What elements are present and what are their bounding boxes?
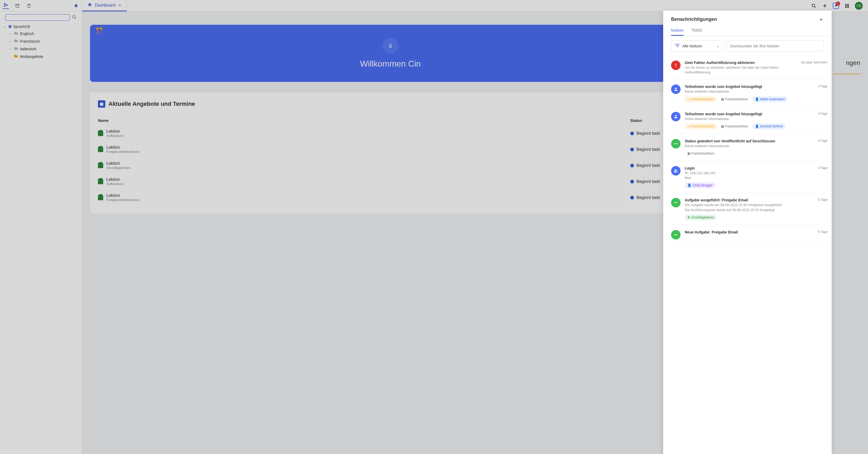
notification-description: Keine weiteren Informationen <box>685 117 814 121</box>
notification-title: Neue Aufgabe: Freigabe Email <box>685 230 814 234</box>
panel-title: Benachrichtigungen <box>671 17 717 22</box>
tag[interactable]: ▭Französischkurs <box>685 96 717 102</box>
notification-item[interactable]: Status geändert von Veröffentlicht auf G… <box>671 134 828 161</box>
notification-title: Zwei Faktor Authentifizierung aktivieren <box>685 61 797 65</box>
tag-text: Cindy Brugger <box>692 184 713 187</box>
tag-text: Dominik Schmid <box>760 125 783 128</box>
notification-icon: ! <box>671 61 681 70</box>
tag-icon: 👤 <box>687 184 691 187</box>
notification-description: Keine weiteren Informationen <box>685 89 814 94</box>
notification-icon <box>671 85 681 94</box>
notification-description: IP: 109.202.196.242Moz <box>685 171 814 180</box>
tag[interactable]: ▦Französischkurs <box>718 96 751 102</box>
filter-label: Alle Notizen <box>682 44 702 48</box>
notification-item[interactable]: Aufgabe ausgeführt: Freigabe EmailDie Au… <box>671 193 828 225</box>
tag-icon: ▦ <box>721 97 724 101</box>
tag[interactable]: 👤Cindy Brugger <box>685 183 715 188</box>
notification-time: 5 Tage <box>818 198 828 220</box>
tag-text: Heike Ackermann <box>760 97 785 101</box>
tag-icon: ▭ <box>687 97 690 101</box>
tag-text: Französischkurs <box>691 97 714 101</box>
tag[interactable]: ▭Französischkurs <box>685 123 717 129</box>
tag-text: Grundlagenkurs <box>691 216 714 219</box>
notification-description: Keine weiteren Informationen <box>685 144 814 149</box>
tag-icon: ▦ <box>721 125 724 128</box>
notification-description: Um Ihr Konto zu schützen, aktivieren Sie… <box>685 65 797 75</box>
notification-time: 4 Tage <box>818 166 828 188</box>
tag-icon: ▭ <box>687 125 690 128</box>
tag-text: Französischkurs <box>725 97 748 101</box>
filter-icon <box>675 43 680 49</box>
notification-time: ein paar Sekunden <box>801 61 828 75</box>
notification-description: Die Aufgabe wurde am 06.09.2023 15:30 er… <box>685 203 814 212</box>
notification-icon <box>671 230 681 239</box>
notification-icon <box>671 139 681 149</box>
notification-time: 5 Tage <box>818 230 828 239</box>
notification-title: Login <box>685 166 814 170</box>
notification-title: Aufgabe ausgeführt: Freigabe Email <box>685 198 814 202</box>
notification-title: Teilnehmer wurde zum Angebot hinzugefügt <box>685 85 814 89</box>
add-notification-button[interactable]: ＋ <box>818 16 824 23</box>
tab-notizen[interactable]: Notizen <box>671 26 683 36</box>
svg-point-24 <box>675 169 676 171</box>
tag-icon: ▦ <box>687 152 690 155</box>
notification-item[interactable]: Teilnehmer wurde zum Angebot hinzugefügt… <box>671 107 828 134</box>
tag[interactable]: 👤Heike Ackermann <box>752 96 787 102</box>
tag-text: Französischkurs <box>691 125 714 128</box>
chevron-down-icon: ⌄ <box>717 44 720 48</box>
tag[interactable]: ⚙Grundlagenkurs <box>685 215 716 220</box>
tag[interactable]: ▦Französischkurs <box>718 123 751 129</box>
tag[interactable]: 👤Dominik Schmid <box>752 123 785 129</box>
tag-icon: 👤 <box>755 125 759 128</box>
notification-title: Status geändert von Veröffentlicht auf G… <box>685 139 814 143</box>
svg-point-23 <box>675 115 677 117</box>
notification-item[interactable]: Teilnehmer wurde zum Angebot hinzugefügt… <box>671 80 828 107</box>
tab-todo[interactable]: TODO <box>691 26 702 36</box>
notification-search-input[interactable] <box>726 40 824 52</box>
filter-select[interactable]: Alle Notizen ⌄ <box>671 40 724 52</box>
svg-point-22 <box>675 88 677 89</box>
notification-icon <box>671 112 681 121</box>
notification-icon <box>671 198 681 207</box>
notification-time: 4 Tage <box>818 85 828 102</box>
tag-icon: ⚙ <box>687 216 690 219</box>
notifications-panel: Benachrichtigungen ＋ Notizen TODO Alle N… <box>663 10 832 454</box>
notification-time: 4 Tage <box>818 112 828 129</box>
notification-title: Teilnehmer wurde zum Angebot hinzugefügt <box>685 112 814 116</box>
notification-list[interactable]: !Zwei Faktor Authentifizierung aktiviere… <box>663 56 832 454</box>
tag[interactable]: ▦Französischkurs <box>685 151 717 156</box>
tag-text: Französischkurs <box>691 152 714 155</box>
tag-icon: 👤 <box>755 97 759 101</box>
notification-item[interactable]: !Zwei Faktor Authentifizierung aktiviere… <box>671 56 828 80</box>
notification-time: 4 Tage <box>818 139 828 156</box>
notification-item[interactable]: Neue Aufgabe: Freigabe Email5 Tage <box>671 225 828 245</box>
tag-text: Französischkurs <box>725 125 748 128</box>
notification-item[interactable]: LoginIP: 109.202.196.242Moz👤Cindy Brugge… <box>671 161 828 193</box>
notification-icon <box>671 166 681 175</box>
